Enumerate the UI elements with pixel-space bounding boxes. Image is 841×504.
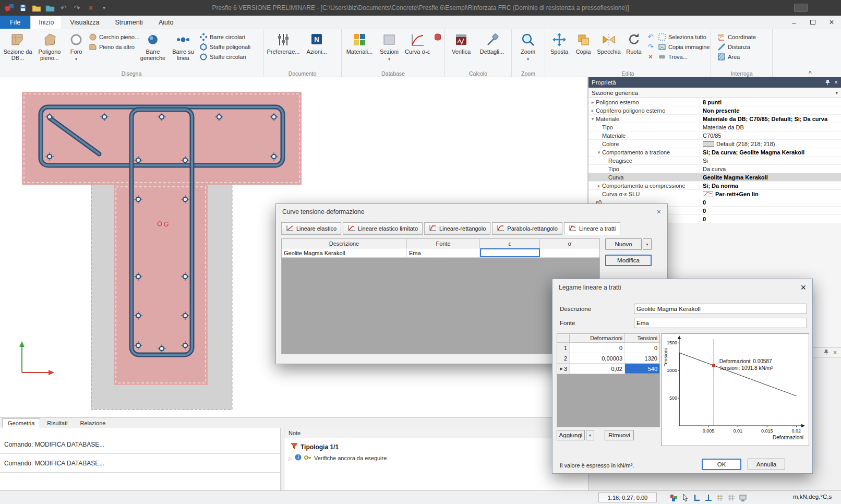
specchia-button[interactable]: Specchia [595, 30, 623, 70]
open-folder-icon[interactable] [31, 3, 41, 13]
tab-lineare-elastico-limitato[interactable]: Lineare elastico limitato [343, 222, 423, 235]
azioni-button[interactable]: N Azioni... [302, 30, 332, 70]
barre-circolari-button[interactable]: Barre circolari [198, 32, 252, 42]
display-icon[interactable] [738, 493, 748, 502]
property-row-poligono-esterno[interactable]: Poligono esterno 8 punti [588, 98, 841, 106]
ortho-icon[interactable] [692, 493, 702, 502]
preferenze-button[interactable]: Preferenze... [265, 30, 302, 70]
expand-triangle-icon[interactable] [289, 455, 292, 461]
sposta-button[interactable]: Sposta [547, 30, 572, 70]
verifica-button[interactable]: Verifica [447, 30, 476, 70]
tab-lineare-rettangolo[interactable]: Lineare-rettangolo [424, 222, 490, 235]
sezioni-button[interactable]: Sezioni [376, 30, 403, 70]
copia-immagine-button[interactable]: Copia immagine [656, 42, 711, 52]
property-row-tipo-trazione[interactable]: Tipo Da curva [588, 165, 841, 173]
property-row-curva[interactable]: Curva Geolite Magma Kerakoll [588, 173, 841, 182]
grid-icon[interactable] [727, 493, 736, 502]
trova-button[interactable]: Trova... [656, 52, 711, 62]
command-history-panel[interactable]: Comando: MODIFICA DATABASE... Comando: M… [0, 428, 280, 490]
coordinate-button[interactable]: xyz Coordinate [716, 32, 769, 42]
area-button[interactable]: Area [716, 52, 769, 62]
delete-icon[interactable]: × [86, 3, 95, 13]
close-icon[interactable] [647, 208, 661, 216]
layers-color-icon[interactable] [669, 493, 679, 502]
descrizione-field[interactable] [634, 304, 807, 314]
tab-geometria[interactable]: Geometria [2, 418, 40, 428]
points-row-1[interactable]: 1 0 0 [557, 343, 659, 353]
barre-su-linea-button[interactable]: Barre su linea [169, 30, 198, 70]
tab-risultati[interactable]: Risultati [41, 418, 73, 428]
staffe-poligonali-button[interactable]: Staffe poligonali [198, 42, 252, 52]
zoom-button[interactable]: Zoom [513, 30, 543, 70]
ok-button[interactable]: OK [702, 459, 741, 470]
close-button[interactable] [822, 16, 841, 29]
points-row-2[interactable]: 2 0,00003 1320 [557, 353, 659, 364]
properties-object-selector[interactable]: Sezione generica ▾ [588, 88, 841, 98]
redo-small-button[interactable]: ↷ [645, 42, 656, 52]
points-row-3[interactable]: 3 0,02 540 [557, 364, 659, 374]
foro-button[interactable]: Foro [65, 30, 87, 70]
property-row-curva-slu[interactable]: Curva σ-ε SLU Par-rett+Gen lin [588, 190, 841, 198]
ribbon-collapse-icon[interactable]: ^ [809, 70, 812, 76]
notes-item-tipologia[interactable]: Tipologia 1/1 [291, 443, 588, 451]
ruota-button[interactable]: Ruota [623, 30, 645, 70]
minimize-button[interactable] [785, 16, 803, 29]
nuovo-dropdown-button[interactable] [643, 238, 652, 250]
close-icon[interactable]: × [834, 79, 838, 86]
tab-lineare-elastico[interactable]: Lineare elastico [281, 222, 341, 235]
staffe-circolari-button[interactable]: Staffe circolari [198, 52, 252, 62]
save-button[interactable] [18, 3, 28, 13]
close-icon[interactable]: × [833, 349, 837, 356]
epsilon-cell[interactable] [480, 248, 540, 257]
pin-icon[interactable] [825, 79, 831, 86]
curva-sigma-epsilon-button[interactable]: Curva σ-ε [403, 30, 432, 70]
redo-icon[interactable]: ↷ [72, 3, 82, 13]
import-folder-icon[interactable] [45, 3, 55, 13]
tab-visualizza[interactable]: Visualizza [62, 16, 107, 29]
property-row-materiale-nome[interactable]: Materiale C70/85 [588, 131, 841, 140]
seleziona-tutto-button[interactable]: Seleziona tutto [656, 32, 711, 42]
rimuovi-button[interactable]: Rimuovi [605, 430, 634, 440]
modifica-button[interactable]: Modifica [605, 255, 652, 266]
copia-button[interactable]: Copia [572, 30, 595, 70]
aggiungi-dropdown-button[interactable] [586, 430, 594, 440]
barre-generiche-button[interactable]: Barre generiche [137, 30, 169, 70]
property-row-comportamento-trazione[interactable]: Comportamento a trazione Si; Da curva; G… [588, 148, 841, 157]
perpendicular-icon[interactable] [704, 493, 713, 502]
undo-small-button[interactable]: ↶ [645, 32, 656, 42]
property-row-comportamento-compressione[interactable]: Comportamento a compressione Si; Da norm… [588, 182, 841, 190]
aggiungi-button[interactable]: Aggiungi [557, 430, 585, 440]
sezione-da-db-button[interactable]: Sezione da DB... [2, 30, 34, 70]
cerchio-pieno-button[interactable]: Cerchio pieno... [87, 32, 137, 42]
property-row-materiale[interactable]: Materiale Materiale da DB; C70/85; Defau… [588, 115, 841, 123]
close-icon[interactable] [792, 282, 806, 293]
pieno-da-altro-button[interactable]: Pieno da altro [87, 42, 137, 52]
dettagli-button[interactable]: Dettagli... [476, 30, 508, 70]
tab-lineare-a-tratti[interactable]: Lineare a tratti [564, 222, 620, 235]
curve-database-button[interactable] [432, 32, 443, 42]
property-row-copriferro[interactable]: Copriferro poligono esterno Non presente [588, 106, 841, 115]
nuovo-button[interactable]: Nuovo [605, 238, 642, 250]
pointer-icon[interactable] [681, 493, 690, 502]
qat-menu-caret-icon[interactable]: ▾ [99, 3, 109, 13]
expand-icon[interactable] [590, 108, 596, 113]
pin-icon[interactable] [823, 349, 829, 356]
property-row-tipo[interactable]: Tipo Materiale da DB [588, 123, 841, 131]
title-right-box[interactable] [794, 4, 808, 12]
materiali-button[interactable]: Materiali... [343, 30, 376, 70]
snap-grid-icon[interactable] [715, 493, 725, 502]
annulla-button[interactable]: Annulla [748, 459, 785, 470]
tab-file[interactable]: File [0, 16, 30, 29]
tab-inizio[interactable]: Inizio [30, 16, 62, 29]
distanza-button[interactable]: Distanza [716, 42, 769, 52]
collapse-icon[interactable] [590, 116, 596, 122]
editing-cell[interactable]: 540 [625, 364, 659, 374]
collapse-icon[interactable] [596, 150, 602, 155]
tab-parabola-rettangolo[interactable]: Parabola-rettangolo [492, 222, 562, 235]
expand-icon[interactable] [590, 100, 596, 105]
delete-small-button[interactable]: × [645, 52, 656, 62]
property-row-reagisce[interactable]: Reagisce Si [588, 157, 841, 165]
property-row-colore[interactable]: Colore Default (218; 218; 218) [588, 140, 841, 148]
vertical-splitter[interactable] [280, 428, 284, 490]
undo-icon[interactable]: ↶ [58, 3, 68, 13]
